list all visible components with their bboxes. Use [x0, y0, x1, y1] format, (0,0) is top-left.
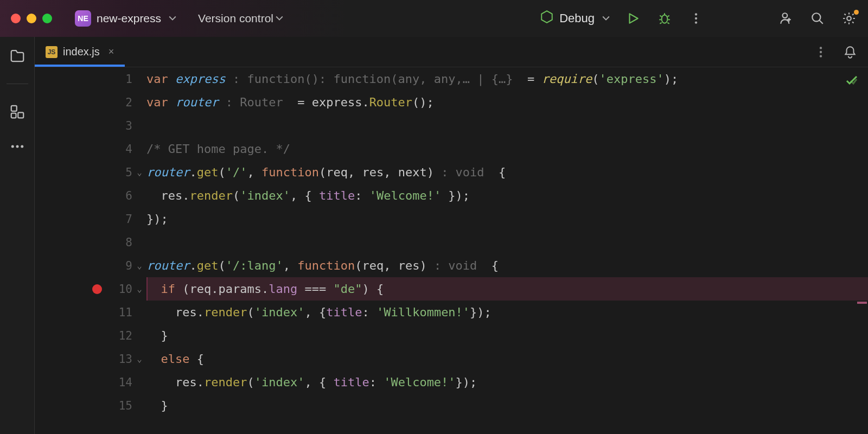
code-line: } — [146, 394, 868, 417]
svg-point-15 — [820, 55, 822, 57]
gutter[interactable]: 1 2 3 4 ⌄5 6 7 8 ⌄9 ⌄10 11 12 ⌄13 14 15 — [35, 67, 143, 434]
svg-point-6 — [847, 16, 851, 21]
chevron-down-icon — [602, 15, 610, 22]
svg-point-12 — [21, 145, 23, 148]
code-line: }); — [146, 207, 868, 231]
svg-point-5 — [812, 13, 820, 21]
search-button[interactable] — [809, 10, 826, 27]
line-number: 5 — [125, 166, 132, 179]
svg-point-13 — [820, 47, 822, 49]
scrollbar-marker — [857, 302, 867, 304]
svg-point-4 — [783, 13, 788, 18]
code-line: router.get('/:lang', function(req, res) … — [146, 254, 868, 277]
line-number: 14 — [119, 376, 132, 389]
version-control-menu[interactable]: Version control — [198, 12, 283, 25]
chevron-down-icon — [169, 15, 176, 22]
fold-icon[interactable]: ⌄ — [137, 260, 142, 271]
line-number: 8 — [125, 236, 132, 249]
line-number: 10 — [119, 283, 132, 296]
maximize-window-icon[interactable] — [42, 14, 52, 23]
inspection-ok-icon[interactable] — [845, 72, 858, 95]
project-name: new-express — [97, 12, 161, 25]
code-line: /* GET home page. */ — [146, 137, 868, 161]
code-line — [146, 231, 868, 254]
svg-point-0 — [662, 15, 668, 23]
code-line: var express : function(): function(any, … — [146, 67, 868, 91]
version-control-label: Version control — [198, 12, 273, 25]
project-icon: NE — [75, 10, 91, 27]
line-number: 11 — [119, 306, 132, 319]
editor-tabs: JS index.js × — [35, 37, 868, 67]
svg-point-2 — [695, 17, 697, 20]
close-window-icon[interactable] — [11, 14, 21, 23]
tab-actions-button[interactable] — [813, 44, 829, 60]
javascript-file-icon: JS — [46, 46, 58, 58]
line-number: 15 — [119, 399, 132, 412]
svg-point-11 — [16, 145, 18, 148]
run-config-selector[interactable]: Debug — [540, 10, 610, 27]
code-line: res.render('index', {title: 'Willkommen!… — [146, 301, 868, 324]
window-controls — [11, 14, 52, 23]
code-line: res.render('index', { title: 'Welcome!' … — [146, 184, 868, 207]
chevron-down-icon — [276, 15, 283, 22]
line-number: 1 — [125, 73, 132, 86]
code-line-current: if (req.params.lang === "de") { — [146, 277, 868, 301]
code-line: var router : Router = express.Router(); — [146, 91, 868, 114]
editor-area: JS index.js × 1 2 3 4 ⌄5 6 7 8 ⌄9 ⌄10 1 — [35, 37, 868, 434]
nodejs-icon — [540, 10, 554, 27]
svg-point-1 — [695, 13, 697, 15]
breakpoint-icon[interactable] — [92, 284, 102, 294]
code-line — [146, 114, 868, 137]
line-number: 12 — [119, 329, 132, 342]
tab-index-js[interactable]: JS index.js × — [35, 37, 125, 67]
code-line: } — [146, 324, 868, 347]
code-with-me-button[interactable] — [778, 10, 794, 27]
close-tab-icon[interactable]: × — [108, 46, 114, 58]
run-config-name: Debug — [559, 11, 595, 25]
minimize-window-icon[interactable] — [27, 14, 36, 23]
line-number: 4 — [125, 143, 132, 156]
line-number: 6 — [125, 189, 132, 202]
code-content[interactable]: var express : function(): function(any, … — [143, 67, 868, 434]
title-bar: NE new-express Version control Debug — [0, 0, 868, 37]
code-line: else { — [146, 347, 868, 371]
line-number: 2 — [125, 96, 132, 109]
code-editor[interactable]: 1 2 3 4 ⌄5 6 7 8 ⌄9 ⌄10 11 12 ⌄13 14 15 … — [35, 67, 868, 434]
svg-rect-8 — [18, 112, 23, 118]
svg-point-14 — [820, 50, 822, 53]
more-actions-button[interactable] — [688, 10, 704, 27]
settings-button[interactable] — [841, 10, 857, 27]
fold-icon[interactable]: ⌄ — [137, 284, 142, 294]
debug-button[interactable] — [656, 10, 673, 27]
svg-rect-7 — [11, 106, 16, 111]
notifications-button[interactable] — [842, 44, 858, 60]
line-number: 13 — [119, 353, 132, 366]
svg-rect-9 — [11, 113, 16, 118]
line-number: 3 — [125, 119, 132, 132]
tab-filename: index.js — [63, 46, 100, 58]
svg-point-10 — [11, 145, 14, 148]
code-line: router.get('/', function(req, res, next)… — [146, 161, 868, 184]
project-tool-button[interactable] — [8, 47, 27, 65]
structure-tool-button[interactable] — [8, 103, 27, 121]
code-line: res.render('index', { title: 'Welcome!'}… — [146, 371, 868, 394]
line-number: 7 — [125, 213, 132, 226]
line-number: 9 — [125, 259, 132, 272]
fold-icon[interactable]: ⌄ — [137, 167, 142, 177]
svg-point-3 — [695, 21, 697, 23]
more-tool-button[interactable] — [8, 137, 27, 156]
fold-icon[interactable]: ⌄ — [137, 354, 142, 364]
project-selector[interactable]: NE new-express — [68, 7, 183, 30]
run-button[interactable] — [625, 10, 641, 27]
left-rail — [0, 37, 35, 434]
